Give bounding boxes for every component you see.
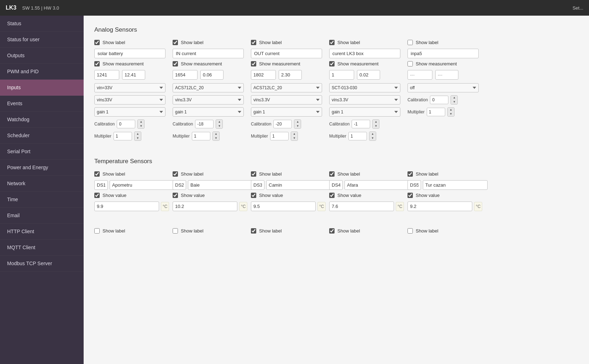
show-label-row-4[interactable]: Show label xyxy=(407,40,479,45)
calibration-spinner-0[interactable]: ▲ ▼ xyxy=(137,119,144,129)
temp-show-value-row-4[interactable]: Show value xyxy=(407,193,479,198)
show-meas-checkbox-4[interactable] xyxy=(407,61,413,66)
extra-show-label-row-3[interactable]: Show label xyxy=(329,228,400,234)
temp-show-label-row-3[interactable]: Show label xyxy=(329,171,400,177)
sensor-type-select-4[interactable]: off xyxy=(407,83,479,92)
sidebar-item-status-for-user[interactable]: Status for user xyxy=(0,32,84,48)
multiplier-up-1[interactable]: ▲ xyxy=(213,132,219,136)
show-meas-row-1[interactable]: Show measurement xyxy=(173,61,244,66)
meas-val1-1[interactable] xyxy=(173,70,198,80)
show-label-row-0[interactable]: Show label xyxy=(94,40,165,45)
label-input-4[interactable] xyxy=(407,49,479,58)
calibration-up-1[interactable]: ▲ xyxy=(216,120,222,124)
multiplier-spinner-1[interactable]: ▲ ▼ xyxy=(212,132,220,141)
temp-val-input-2[interactable] xyxy=(251,202,316,211)
show-label-checkbox-2[interactable] xyxy=(251,40,256,45)
calibration-spinner-3[interactable]: ▲ ▼ xyxy=(372,119,379,129)
multiplier-down-1[interactable]: ▼ xyxy=(213,136,219,140)
extra-show-label-checkbox-0[interactable] xyxy=(94,228,100,234)
sidebar-item-inputs[interactable]: Inputs xyxy=(0,80,84,96)
calibration-input-4[interactable] xyxy=(430,96,448,104)
sidebar-item-mqtt-client[interactable]: MQTT Client xyxy=(0,240,84,256)
sidebar-item-pwm-and-pid[interactable]: PWM and PID xyxy=(0,64,84,80)
temp-show-label-row-4[interactable]: Show label xyxy=(407,171,479,177)
ds-name-input-0[interactable] xyxy=(110,180,174,190)
calibration-up-4[interactable]: ▲ xyxy=(451,96,457,100)
multiplier-down-0[interactable]: ▼ xyxy=(135,136,141,140)
show-label-row-2[interactable]: Show label xyxy=(251,40,322,45)
show-meas-checkbox-1[interactable] xyxy=(173,61,178,66)
show-label-checkbox-3[interactable] xyxy=(329,40,335,45)
sidebar-item-power-and-energy[interactable]: Power and Energy xyxy=(0,160,84,176)
label-input-3[interactable] xyxy=(329,49,400,58)
show-label-row-3[interactable]: Show label xyxy=(329,40,400,45)
calibration-up-0[interactable]: ▲ xyxy=(138,120,144,124)
temp-show-value-row-2[interactable]: Show value xyxy=(251,193,322,198)
extra-show-label-checkbox-3[interactable] xyxy=(329,228,335,234)
sensor-range-select-3[interactable]: vin≤3.3V xyxy=(329,95,400,105)
sidebar-item-modbus-tcp-server[interactable]: Modbus TCP Server xyxy=(0,256,84,272)
settings-label[interactable]: Set... xyxy=(573,5,583,11)
gain-select-1[interactable]: gain 1 xyxy=(173,107,244,117)
temp-show-value-checkbox-4[interactable] xyxy=(407,193,413,198)
meas-val2-1[interactable] xyxy=(200,70,223,80)
calibration-up-3[interactable]: ▲ xyxy=(373,120,379,124)
multiplier-input-1[interactable] xyxy=(192,132,210,140)
sensor-range-select-1[interactable]: vin≤3.3V xyxy=(173,95,244,105)
temp-show-value-row-0[interactable]: Show value xyxy=(94,193,165,198)
extra-show-label-row-2[interactable]: Show label xyxy=(251,228,322,234)
sidebar-item-network[interactable]: Network xyxy=(0,176,84,192)
sidebar-item-email[interactable]: Email xyxy=(0,208,84,224)
temp-show-value-checkbox-3[interactable] xyxy=(329,193,335,198)
show-meas-row-3[interactable]: Show measurement xyxy=(329,61,400,66)
multiplier-down-3[interactable]: ▼ xyxy=(369,136,376,140)
meas-val2-3[interactable] xyxy=(357,70,380,80)
extra-show-label-checkbox-1[interactable] xyxy=(173,228,178,234)
meas-val2-4[interactable] xyxy=(435,70,458,80)
meas-val1-0[interactable] xyxy=(94,70,119,80)
ds-name-input-3[interactable] xyxy=(345,180,409,190)
temp-show-label-row-0[interactable]: Show label xyxy=(94,171,165,177)
temp-show-label-row-2[interactable]: Show label xyxy=(251,171,322,177)
sensor-range-select-0[interactable]: vin≤33V xyxy=(94,95,165,105)
calibration-input-2[interactable] xyxy=(273,120,292,128)
ds-id-input-1[interactable] xyxy=(173,180,186,190)
temp-show-label-checkbox-3[interactable] xyxy=(329,171,335,177)
extra-show-label-row-0[interactable]: Show label xyxy=(94,228,165,234)
multiplier-down-2[interactable]: ▼ xyxy=(291,136,298,140)
meas-val1-4[interactable] xyxy=(407,70,432,80)
calibration-spinner-2[interactable]: ▲ ▼ xyxy=(294,119,301,129)
show-meas-checkbox-3[interactable] xyxy=(329,61,335,66)
temp-show-label-checkbox-1[interactable] xyxy=(173,171,178,177)
multiplier-spinner-4[interactable]: ▲ ▼ xyxy=(447,107,454,117)
sidebar-item-time[interactable]: Time xyxy=(0,192,84,208)
sensor-type-select-2[interactable]: ACS712LC_20 xyxy=(251,83,322,92)
sensor-type-select-3[interactable]: SCT-013-030 xyxy=(329,83,400,92)
meas-val1-3[interactable] xyxy=(329,70,354,80)
show-meas-checkbox-2[interactable] xyxy=(251,61,256,66)
sensor-range-select-2[interactable]: vin≤3.3V xyxy=(251,95,322,105)
meas-val2-2[interactable] xyxy=(279,70,302,80)
extra-show-label-checkbox-4[interactable] xyxy=(407,228,413,234)
temp-show-label-checkbox-0[interactable] xyxy=(94,171,100,177)
show-meas-row-0[interactable]: Show measurement xyxy=(94,61,165,66)
multiplier-spinner-0[interactable]: ▲ ▼ xyxy=(134,132,141,141)
temp-val-input-1[interactable] xyxy=(173,202,237,211)
label-input-0[interactable] xyxy=(94,49,165,58)
calibration-spinner-1[interactable]: ▲ ▼ xyxy=(216,119,223,129)
gain-select-3[interactable]: gain 1 xyxy=(329,107,400,117)
multiplier-up-4[interactable]: ▲ xyxy=(448,108,454,112)
multiplier-input-0[interactable] xyxy=(114,132,132,140)
show-meas-row-2[interactable]: Show measurement xyxy=(251,61,322,66)
label-input-1[interactable] xyxy=(173,49,244,58)
calibration-input-1[interactable] xyxy=(195,120,214,128)
gain-select-2[interactable]: gain 1 xyxy=(251,107,322,117)
ds-id-input-3[interactable] xyxy=(329,180,343,190)
temp-val-input-4[interactable] xyxy=(407,202,472,211)
calibration-down-3[interactable]: ▼ xyxy=(373,124,379,128)
multiplier-spinner-3[interactable]: ▲ ▼ xyxy=(369,132,376,141)
multiplier-input-3[interactable] xyxy=(348,132,367,140)
multiplier-down-4[interactable]: ▼ xyxy=(448,112,454,116)
temp-show-value-checkbox-0[interactable] xyxy=(94,193,100,198)
show-label-checkbox-0[interactable] xyxy=(94,40,100,45)
